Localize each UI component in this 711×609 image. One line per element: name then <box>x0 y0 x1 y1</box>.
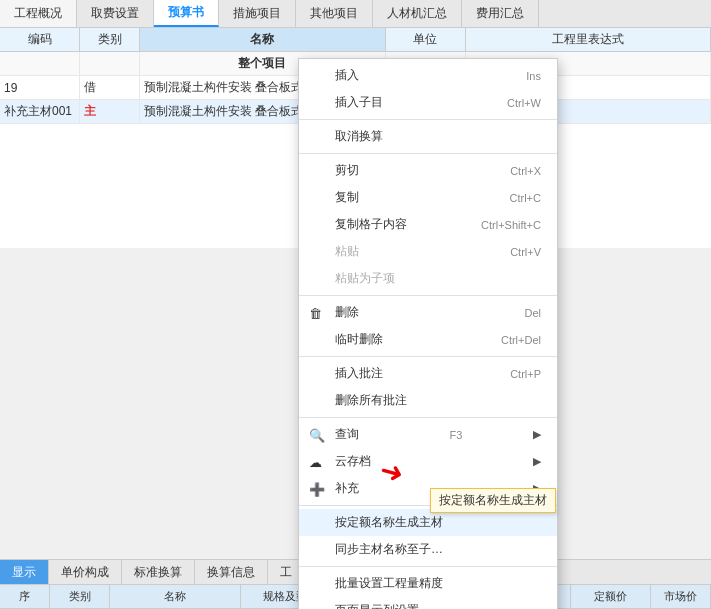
menu-insert-note[interactable]: 插入批注 Ctrl+P <box>299 360 557 387</box>
col-header-unit: 单位 <box>386 28 466 51</box>
top-tab-bar: 工程概况 取费设置 预算书 措施项目 其他项目 人材机汇总 费用汇总 <box>0 0 711 28</box>
bottom-col-name: 名称 <box>110 585 241 608</box>
cell-type: 借 <box>80 76 140 99</box>
tab-cuoshixiangmu[interactable]: 措施项目 <box>219 0 296 27</box>
menu-paste-child[interactable]: 粘贴为子项 <box>299 265 557 292</box>
menu-query[interactable]: 🔍 查询 F3 ▶ <box>299 421 557 448</box>
menu-gen-main-material[interactable]: 按定额名称生成主材 <box>299 509 557 536</box>
bottom-tab-calc-info[interactable]: 换算信息 <box>195 560 268 584</box>
menu-insert-child[interactable]: 插入子目 Ctrl+W <box>299 89 557 116</box>
menu-batch-precision[interactable]: 批量设置工程量精度 <box>299 570 557 597</box>
bottom-col-market-price: 市场价 <box>651 585 711 608</box>
col-header-expr: 工程里表达式 <box>466 28 712 51</box>
table-header: 编码 类别 名称 单位 工程里表达式 <box>0 28 711 52</box>
tooltip: 按定额名称生成主材 <box>430 488 556 513</box>
separator <box>299 153 557 154</box>
separator <box>299 417 557 418</box>
tab-rencaiji[interactable]: 人材机汇总 <box>373 0 462 27</box>
context-menu: 插入 Ins 插入子目 Ctrl+W 取消换算 剪切 Ctrl+X 复制 Ctr… <box>298 58 558 609</box>
bottom-col-type: 类别 <box>50 585 110 608</box>
cell-code: 19 <box>0 76 80 99</box>
cell-code <box>0 52 80 75</box>
separator <box>299 356 557 357</box>
menu-insert[interactable]: 插入 Ins <box>299 62 557 89</box>
bottom-tab-unit-price[interactable]: 单价构成 <box>49 560 122 584</box>
menu-cancel-calc[interactable]: 取消换算 <box>299 123 557 150</box>
tab-yusuanshu[interactable]: 预算书 <box>154 0 219 27</box>
col-header-type: 类别 <box>80 28 140 51</box>
menu-delete[interactable]: 🗑 删除 Del <box>299 299 557 326</box>
delete-icon: 🗑 <box>309 305 322 320</box>
col-header-code: 编码 <box>0 28 80 51</box>
tab-qufeishezhi[interactable]: 取费设置 <box>77 0 154 27</box>
menu-cut[interactable]: 剪切 Ctrl+X <box>299 157 557 184</box>
bottom-tab-display[interactable]: 显示 <box>0 560 49 584</box>
search-icon: 🔍 <box>309 427 325 442</box>
bottom-col-seq: 序 <box>0 585 50 608</box>
tab-feiyonghuizong[interactable]: 费用汇总 <box>462 0 539 27</box>
submenu-arrow-icon: ▶ <box>533 455 541 468</box>
menu-paste[interactable]: 粘贴 Ctrl+V <box>299 238 557 265</box>
cell-type <box>80 52 140 75</box>
menu-temp-delete[interactable]: 临时删除 Ctrl+Del <box>299 326 557 353</box>
cloud-icon: ☁ <box>309 454 322 469</box>
col-header-name: 名称 <box>140 28 386 51</box>
submenu-arrow-icon: ▶ <box>533 428 541 441</box>
cell-code: 补充主材001 <box>0 100 80 123</box>
add-icon: ➕ <box>309 481 325 496</box>
menu-cloud-save[interactable]: ☁ 云存档 ▶ <box>299 448 557 475</box>
menu-delete-all-notes[interactable]: 删除所有批注 <box>299 387 557 414</box>
separator <box>299 295 557 296</box>
menu-page-display[interactable]: 页面显示列设置 <box>299 597 557 609</box>
separator <box>299 119 557 120</box>
tab-qitaxiangmu[interactable]: 其他项目 <box>296 0 373 27</box>
bottom-col-fixed-price: 定额价 <box>571 585 651 608</box>
menu-copy[interactable]: 复制 Ctrl+C <box>299 184 557 211</box>
menu-copy-cell[interactable]: 复制格子内容 Ctrl+Shift+C <box>299 211 557 238</box>
cell-type: 主 <box>80 100 140 123</box>
separator <box>299 566 557 567</box>
bottom-tab-standard-calc[interactable]: 标准换算 <box>122 560 195 584</box>
menu-sync-main-material[interactable]: 同步主材名称至子… <box>299 536 557 563</box>
tab-gongcheng-gaikuang[interactable]: 工程概况 <box>0 0 77 27</box>
